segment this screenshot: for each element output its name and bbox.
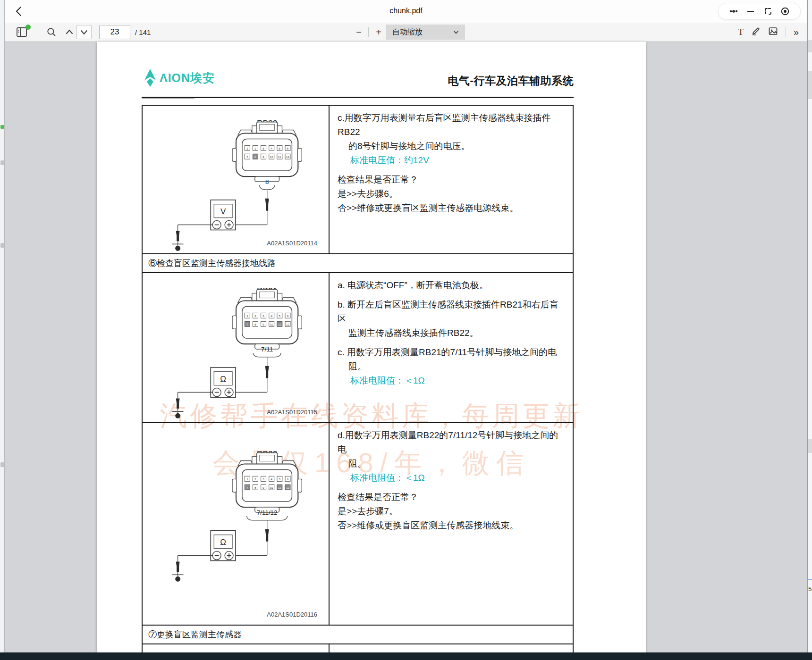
instruction-line: 阻。 [338, 359, 566, 374]
result-line: 是>>去步骤7。 [338, 504, 566, 518]
question-line: 检查结果是否正常？ [338, 490, 566, 504]
aion-logo: ΛION埃安 [144, 69, 215, 87]
svg-text:5: 5 [279, 147, 281, 150]
page-number-input[interactable] [99, 25, 130, 39]
chevron-down-icon [453, 29, 459, 35]
pdf-viewer-window: chunk.pdf [5, 0, 808, 652]
logo-text: ΛION埃安 [160, 70, 215, 86]
page-header: ΛION埃安 电气-行车及泊车辅助系统 [142, 42, 574, 103]
svg-text:4: 4 [271, 314, 272, 317]
text-cell: c.用数字万用表测量右后盲区监测主传感器线束接插件RB22 的8号针脚与接地之间… [330, 106, 573, 253]
diagnostic-table: RB22 123456789101112 8 V A [142, 105, 574, 652]
svg-text:7: 7 [246, 486, 248, 489]
glyph-fragment [0, 462, 4, 467]
svg-text:9: 9 [262, 323, 264, 326]
standard-value: 标准电压值：约12V [338, 153, 566, 167]
text-tool-icon[interactable]: T [738, 27, 744, 37]
svg-text:3: 3 [262, 147, 264, 150]
result-line: 否>>维修或更换盲区监测主传感器接地线束。 [338, 518, 566, 533]
glyph-fragment [808, 71, 812, 99]
figure-code: A02A1S01D20114 [267, 240, 317, 247]
diagram-cell [143, 644, 330, 652]
search-icon[interactable] [45, 26, 58, 38]
aion-arrow-icon [144, 69, 156, 87]
glyph-fragment [0, 243, 4, 248]
zoom-mode-label: 自动缩放 [392, 27, 453, 37]
svg-text:6: 6 [287, 314, 289, 317]
page-total-label: / 141 [135, 28, 151, 36]
diagram-cell: RB21 123456789101112 7/11 Ω [143, 273, 330, 422]
zoom-in-button[interactable]: + [373, 26, 384, 38]
svg-text:Ω: Ω [220, 538, 226, 547]
standard-value: 标准电阻值：＜1Ω [338, 374, 566, 388]
zoom-mode-select[interactable]: 自动缩放 [386, 25, 465, 40]
instruction-line: 阻。 [338, 457, 566, 471]
question-line: 检查结果是否正常？ [338, 173, 566, 187]
svg-text:7/11: 7/11 [261, 346, 273, 353]
svg-text:4: 4 [271, 147, 272, 150]
more-tools-icon[interactable]: » [794, 27, 799, 37]
svg-text:Ω: Ω [220, 375, 226, 384]
svg-text:1: 1 [246, 147, 248, 150]
zoom-out-button[interactable]: − [353, 26, 364, 38]
step-header-row: ⑥检查盲区监测主传感器接地线路 [143, 254, 573, 273]
instruction-line: 监测主传感器线束接插件RB22。 [338, 326, 566, 340]
svg-text:V: V [220, 207, 226, 216]
table-row: RB22 123456789101112 7/11/12 Ω [143, 423, 573, 626]
instruction-line: d.用数字万用表测量RB22的7/11/12号针脚与接地之间的电 [338, 428, 566, 457]
chapter-title: 电气-行车及泊车辅助系统 [448, 74, 574, 88]
svg-text:8: 8 [254, 323, 256, 326]
svg-text:5: 5 [279, 477, 281, 481]
svg-text:7: 7 [246, 323, 248, 326]
figure-code: A02A1S01D20116 [267, 611, 317, 618]
titlebar: chunk.pdf [5, 0, 807, 23]
toolbar-divider [368, 27, 369, 37]
diagram-cell: RB22 123456789101112 8 V A [143, 106, 330, 253]
text-cell: a. 电源状态“OFF”，断开蓄电池负极。 b. 断开左后盲区监测主传感器线束接… [330, 273, 573, 422]
glyph-fragment [0, 125, 4, 129]
previous-page-icon[interactable] [63, 26, 76, 38]
svg-text:12: 12 [286, 155, 289, 159]
toolbar: / 141 − + 自动缩放 T » [5, 23, 807, 42]
svg-text:2: 2 [254, 314, 256, 317]
svg-text:9: 9 [262, 155, 264, 159]
pencil-icon[interactable] [751, 26, 761, 38]
svg-text:5: 5 [279, 314, 281, 317]
svg-text:10: 10 [270, 155, 273, 159]
background-bottom-band [0, 652, 812, 660]
image-tool-icon[interactable] [768, 26, 778, 38]
figure-code: A02A1S01D20115 [267, 409, 317, 416]
svg-text:10: 10 [270, 486, 273, 489]
back-button[interactable] [13, 5, 25, 17]
toolbar-divider [786, 27, 786, 37]
next-page-button[interactable] [76, 25, 92, 39]
header-rule-thin [142, 99, 195, 99]
svg-text:2: 2 [254, 147, 256, 150]
svg-text:6: 6 [287, 147, 289, 150]
instruction-line: c. 用数字万用表测量RB21的7/11号针脚与接地之间的电 [338, 345, 566, 359]
annotation-tools: T » [738, 23, 799, 42]
circle-dot-icon[interactable] [779, 6, 791, 17]
connector-diagram-rb21-resistance: RB21 123456789101112 7/11 Ω [143, 273, 330, 422]
diagram-cell: RB22 123456789101112 7/11/12 Ω [143, 423, 330, 625]
instruction-line: a. 电源状态“OFF”，断开蓄电池负极。 [338, 278, 566, 292]
more-icon[interactable] [728, 6, 739, 17]
svg-text:7: 7 [246, 155, 248, 159]
instruction-line: 的8号针脚与接地之间的电压。 [338, 139, 566, 153]
page-number-fragment: 5 [808, 585, 812, 593]
svg-text:1: 1 [246, 314, 248, 317]
svg-text:9: 9 [262, 486, 264, 489]
svg-text:8: 8 [265, 178, 269, 185]
notification-dot [25, 25, 31, 30]
screen: chunk.pdf [0, 0, 812, 660]
viewer-content[interactable]: 汽修帮手在线资料库，每周更新 会员仅168/年，微信 ΛION埃安 电气-行车及… [5, 42, 807, 652]
window-control-capsule [718, 3, 801, 20]
svg-text:3: 3 [262, 314, 264, 317]
restore-icon[interactable] [762, 6, 774, 17]
header-rule [142, 97, 574, 98]
svg-text:12: 12 [286, 323, 289, 326]
instruction-line: b. 断开左后盲区监测主传感器线束接插件RB21和右后盲区 [338, 298, 566, 326]
svg-text:11: 11 [278, 155, 281, 159]
minimize-icon[interactable] [745, 6, 756, 17]
background-window-sliver-right: 5 [808, 0, 812, 660]
